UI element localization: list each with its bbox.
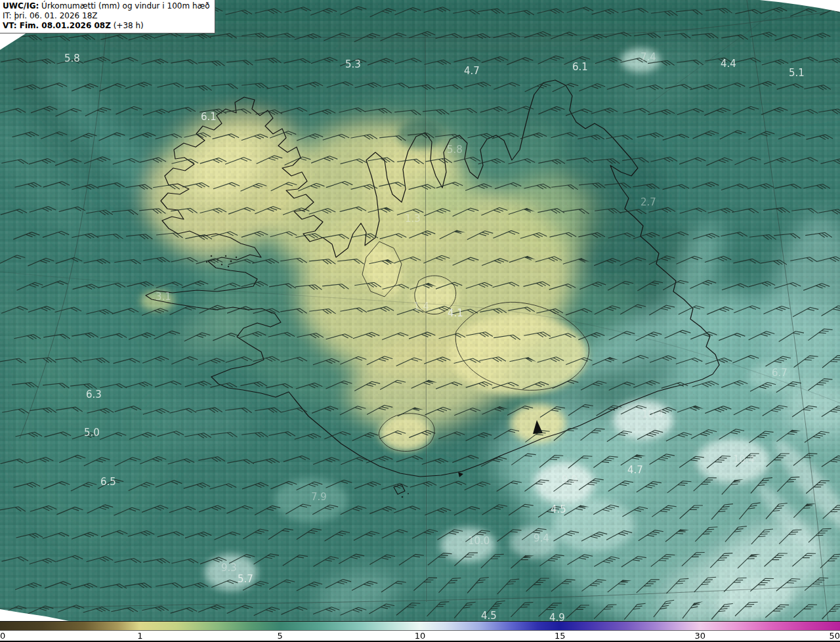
precip-value-label: 6.1 <box>201 111 217 123</box>
valid-time-line: VT: Fim. 08.01.2026 08Z (+38 h) <box>3 21 210 31</box>
product-desc: Úrkomumætti (mm) og vindur i 100m hæð <box>39 1 209 11</box>
precip-value-label: 4.7 <box>627 464 643 476</box>
colorbar-tick-label: 50 <box>829 631 840 641</box>
lead-time: (+38 h) <box>111 21 144 30</box>
colorbar-tick-label: 10 <box>415 631 426 641</box>
precip-value-label: 6.5 <box>100 476 116 488</box>
precip-value-label: 5.0 <box>84 427 100 439</box>
precip-value-label: 1.4 <box>413 301 429 312</box>
precip-value-label: 4.5 <box>481 610 497 621</box>
precip-value-label: 2.7 <box>640 196 656 208</box>
title-box: UWC/IG: Úrkomumætti (mm) og vindur i 100… <box>0 0 215 33</box>
precip-value-label: 5.3 <box>345 58 361 70</box>
weather-forecast-viewer: 5.86.15.34.76.17.44.45.15.82.71.33.11.44… <box>0 0 840 642</box>
map-svg: 5.86.15.34.76.17.44.45.15.82.71.33.11.44… <box>0 0 840 621</box>
colorbar-ticks: 01510153050 <box>0 631 840 641</box>
colorbar-tick-label: 5 <box>278 631 283 641</box>
precip-value-label: 10.4 <box>642 408 663 420</box>
precip-value-label: 4.5 <box>551 503 566 515</box>
precip-value-label: 7.4 <box>640 51 656 63</box>
precip-value-label: 5.7 <box>238 573 253 585</box>
precip-value-label: 10.0 <box>468 535 490 547</box>
product-id: UWC/IG: <box>3 1 39 11</box>
precip-value-label: 4.4 <box>721 58 736 70</box>
precip-value-label: 6.1 <box>572 61 588 73</box>
colorbar-gradient <box>0 621 840 631</box>
precip-value-label: 4.9 <box>549 612 565 621</box>
colorbar-tick-label: 0 <box>0 631 5 641</box>
precip-value-label: 9.3 <box>221 562 237 574</box>
colorbar: 01510153050 <box>0 621 840 642</box>
precip-value-label: 9.4 <box>534 532 549 544</box>
precip-value-label: 1.3 <box>405 213 421 225</box>
precip-value-label: 5.1 <box>789 67 805 79</box>
init-time-line: IT: þri. 06. 01. 2026 18Z <box>3 11 210 21</box>
precip-value-label: 10.4 <box>733 454 755 465</box>
precip-value-label: 9.9 <box>562 474 578 486</box>
colorbar-tick-label: 15 <box>555 631 566 641</box>
precip-value-label: 4.7 <box>464 65 480 77</box>
precip-value-label: 6.7 <box>772 367 788 379</box>
precip-value-label: 6.3 <box>86 389 102 400</box>
product-line: UWC/IG: Úrkomumætti (mm) og vindur i 100… <box>3 1 210 11</box>
colorbar-tick-label: 1 <box>137 631 142 641</box>
colorbar-tick-label: 30 <box>694 631 705 641</box>
precip-value-label: 4.1 <box>448 307 463 319</box>
precip-value-label: 3.1 <box>156 291 171 303</box>
precip-value-label: 5.8 <box>447 144 463 156</box>
precip-value-label: 5.8 <box>64 53 80 64</box>
map-canvas: 5.86.15.34.76.17.44.45.15.82.71.33.11.44… <box>0 0 840 621</box>
valid-time: VT: Fim. 08.01.2026 08Z <box>3 21 111 30</box>
precip-value-label: 7.9 <box>311 491 327 503</box>
